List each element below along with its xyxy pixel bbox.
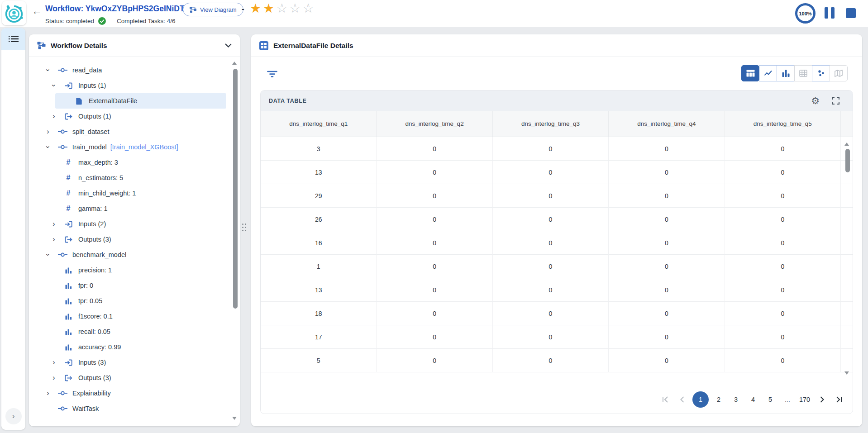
tree-item-label: benchmark_model	[72, 251, 126, 258]
number-icon: #	[63, 189, 73, 197]
tree-item-recall[interactable]: recall: 0.05	[29, 324, 240, 339]
table-row[interactable]: 50000	[261, 349, 853, 372]
chevron-right-icon[interactable]: ›	[50, 374, 57, 381]
outputs-icon	[63, 374, 73, 382]
tree-item-min-child-weight[interactable]: #min_child_weight: 1	[29, 186, 240, 201]
chevron-right-icon[interactable]: ›	[44, 390, 52, 397]
view-mode-table-button[interactable]	[741, 65, 759, 81]
table-scroll-down-arrow[interactable]	[844, 371, 849, 375]
tree-item-fpr[interactable]: fpr: 0	[29, 278, 240, 293]
tree-item-outputs-3-[interactable]: ›Outputs (3)	[29, 370, 240, 385]
chevron-right-icon[interactable]: ›	[50, 236, 57, 243]
star-filled-icon[interactable]: ★	[263, 1, 276, 15]
view-mode-bar-chart-button[interactable]	[777, 65, 795, 81]
tree-item-train-model[interactable]: ›train_model[train_model_XGBoost]	[29, 139, 240, 155]
tree-item-max-depth[interactable]: #max_depth: 3	[29, 155, 240, 170]
sidebar-scroll-down-arrow[interactable]	[232, 417, 237, 420]
filter-button[interactable]	[265, 67, 279, 81]
tree-item-f1score[interactable]: f1score: 0.1	[29, 309, 240, 324]
star-filled-icon[interactable]: ★	[250, 1, 263, 15]
tree-item-inputs-3-[interactable]: ›Inputs (3)	[29, 355, 240, 370]
pause-button[interactable]	[825, 7, 835, 19]
view-mode-line-chart-button[interactable]	[759, 65, 777, 81]
tree-item-waittask[interactable]: WaitTask	[29, 401, 240, 416]
table-cell: 0	[377, 278, 492, 302]
chevron-down-icon[interactable]: ›	[44, 251, 52, 258]
table-row[interactable]: 10000	[261, 255, 853, 278]
table-scrollbar[interactable]	[845, 149, 850, 172]
table-row[interactable]: 180000	[261, 302, 853, 325]
table-row[interactable]: 130000	[261, 278, 853, 302]
last-page-button[interactable]	[832, 392, 846, 407]
sidebar-scroll-up-arrow[interactable]	[232, 62, 237, 65]
table-row[interactable]: 260000	[261, 208, 853, 231]
table-cell: 0	[609, 349, 725, 372]
tree-item-outputs-1-[interactable]: ›Outputs (1)	[29, 109, 240, 124]
view-mode-map-button[interactable]	[830, 65, 848, 81]
chevron-down-icon[interactable]: ›	[44, 143, 52, 151]
column-header: dns_interlog_time_q4	[609, 111, 725, 137]
page-170-button[interactable]: 170	[797, 392, 812, 407]
star-empty-icon[interactable]: ☆	[276, 1, 289, 15]
tree-item-label: gamma: 1	[78, 205, 107, 212]
page-1-button[interactable]: 1	[692, 391, 709, 408]
back-button[interactable]: ←	[32, 6, 42, 16]
app-logo[interactable]	[2, 1, 26, 25]
view-diagram-button[interactable]: View Diagram	[183, 3, 243, 16]
table-cell: 0	[725, 325, 841, 349]
tree-item-benchmark-model[interactable]: ›benchmark_model	[29, 247, 240, 262]
data-table-header-bar: DATA TABLE ⚙	[261, 90, 853, 111]
first-page-button[interactable]	[658, 392, 672, 407]
table-row[interactable]: 30000	[261, 137, 853, 161]
page-5-button[interactable]: 5	[763, 392, 777, 407]
tree-item-read-data[interactable]: ›read_data	[29, 62, 240, 78]
table-cell-partial	[841, 349, 853, 372]
tree-item-tpr[interactable]: tpr: 0.05	[29, 293, 240, 309]
tree-item-split-dataset[interactable]: ›split_dataset	[29, 124, 240, 139]
tree-item-precision[interactable]: precision: 1	[29, 262, 240, 278]
table-cell: 0	[377, 231, 492, 255]
page-2-button[interactable]: 2	[711, 392, 726, 407]
table-cell-partial	[841, 302, 853, 325]
star-empty-icon[interactable]: ☆	[289, 1, 302, 15]
settings-button[interactable]: ⚙	[811, 96, 820, 105]
table-row[interactable]: 130000	[261, 161, 853, 184]
page-4-button[interactable]: 4	[746, 392, 760, 407]
table-scroll-up-arrow[interactable]	[844, 143, 849, 146]
table-cell: 0	[725, 255, 841, 278]
chevron-down-icon[interactable]: ›	[50, 82, 57, 89]
chevron-down-icon[interactable]: ›	[44, 67, 52, 74]
page-3-button[interactable]: 3	[729, 392, 743, 407]
table-row[interactable]: 170000	[261, 325, 853, 349]
sidebar-collapse-button[interactable]	[225, 43, 232, 48]
star-empty-icon[interactable]: ☆	[302, 1, 315, 15]
tree-item-outputs-3-[interactable]: ›Outputs (3)	[29, 232, 240, 247]
bar-chart-icon	[782, 70, 790, 77]
previous-page-button[interactable]	[675, 392, 690, 407]
table-row[interactable]: 290000	[261, 184, 853, 208]
table-row[interactable]: 160000	[261, 231, 853, 255]
chevron-right-icon[interactable]: ›	[50, 220, 57, 228]
stop-button[interactable]	[846, 8, 856, 18]
chevron-right-icon[interactable]: ›	[44, 128, 52, 135]
chevron-right-icon[interactable]: ›	[50, 359, 57, 366]
chevron-right-icon[interactable]: ›	[50, 113, 57, 120]
rail-expand-button[interactable]: ›	[5, 408, 22, 424]
next-page-button[interactable]	[815, 392, 829, 407]
view-mode-scatter-button[interactable]	[812, 65, 830, 81]
tree-item-externaldatafile[interactable]: ExternalDataFile	[55, 93, 226, 109]
tree-item-label: Explainability	[72, 390, 111, 397]
tree-item-accuracy[interactable]: accuracy: 0.99	[29, 339, 240, 355]
sidebar-scrollbar[interactable]	[233, 69, 238, 309]
tree-item-n-estimators[interactable]: #n_estimators: 5	[29, 170, 240, 186]
tree-item-inputs-1-[interactable]: ›Inputs (1)	[29, 78, 240, 93]
tree-item-gamma[interactable]: #gamma: 1	[29, 201, 240, 216]
tree-item-explainability[interactable]: ›Explainability	[29, 385, 240, 401]
node-icon	[57, 144, 67, 150]
rail-item-task-list[interactable]	[1, 28, 25, 50]
panel-resize-handle[interactable]	[242, 224, 246, 231]
view-mode-grid-button[interactable]	[794, 65, 812, 81]
gear-icon: ⚙	[811, 95, 820, 106]
fullscreen-button[interactable]	[831, 96, 840, 105]
tree-item-inputs-2-[interactable]: ›Inputs (2)	[29, 216, 240, 232]
